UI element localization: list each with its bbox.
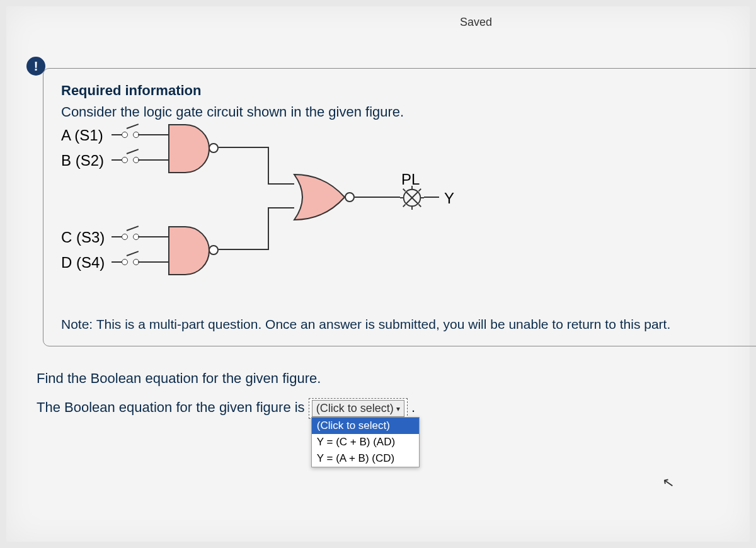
problem-statement: Consider the logic gate circuit shown in… (61, 104, 754, 120)
dropdown-option[interactable]: Y = (C + B) (AD) (312, 434, 419, 450)
question-stem-line: The Boolean equation for the given figur… (37, 398, 736, 419)
question-prompt: Find the Boolean equation for the given … (37, 370, 736, 387)
answer-select[interactable]: (Click to select) ▾ (309, 398, 408, 419)
logic-circuit-figure: A (S1) B (S2) C (S3) D (S4) (61, 124, 754, 288)
nand-gate-bottom (168, 226, 231, 273)
switch-s1 (112, 130, 149, 139)
page: Saved ! Required information Consider th… (6, 6, 750, 542)
wire (268, 207, 294, 208)
question-area: Find the Boolean equation for the given … (37, 370, 736, 419)
question-stem-text: The Boolean equation for the given figur… (37, 399, 305, 415)
input-label-a: A (S1) (61, 127, 103, 144)
input-label-b: B (S2) (61, 152, 104, 169)
svg-line-10 (418, 204, 421, 207)
wire (268, 183, 294, 185)
saved-indicator: Saved (460, 16, 492, 29)
answer-select-wrap: (Click to select) ▾ (Click to select) Y … (309, 398, 408, 419)
switch-s4 (112, 258, 149, 266)
required-info-heading: Required information (61, 83, 754, 99)
nand-gate-top (168, 124, 231, 171)
multipart-note: Note: This is a multi-part question. Onc… (61, 317, 754, 332)
wire (149, 134, 168, 135)
sentence-period: . (411, 399, 415, 415)
wire (424, 197, 439, 198)
svg-line-12 (403, 204, 406, 207)
svg-line-9 (403, 189, 406, 191)
input-label-d: D (S4) (61, 254, 105, 271)
dropdown-option[interactable]: Y = (A + B) (CD) (312, 450, 419, 467)
dropdown-option[interactable]: (Click to select) (312, 418, 419, 434)
select-placeholder: (Click to select) (316, 402, 394, 415)
switch-s2 (112, 156, 149, 164)
svg-point-0 (345, 193, 354, 202)
cursor-icon: ↖ (662, 474, 675, 493)
nor-gate (293, 172, 369, 222)
answer-dropdown: (Click to select) Y = (C + B) (AD) Y = (… (311, 417, 420, 467)
required-info-box: Required information Consider the logic … (43, 68, 756, 346)
svg-line-11 (418, 189, 421, 191)
wire (149, 159, 168, 161)
input-label-c: C (S3) (61, 229, 105, 246)
lamp-icon (400, 186, 424, 210)
wire (149, 261, 168, 263)
wire (149, 236, 168, 237)
switch-s3 (112, 232, 149, 241)
wire (268, 147, 269, 185)
wire (268, 207, 269, 250)
output-label-y: Y (444, 190, 454, 207)
chevron-down-icon: ▾ (396, 404, 400, 413)
wire (369, 197, 400, 198)
